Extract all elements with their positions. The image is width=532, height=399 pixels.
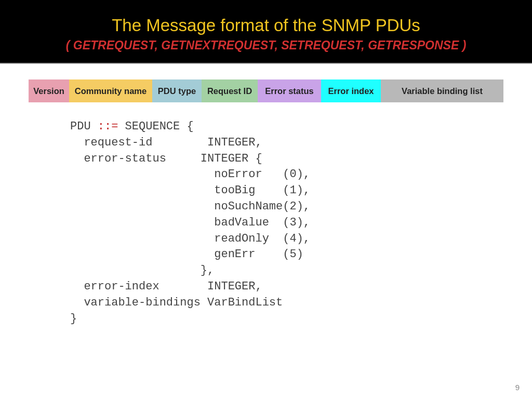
- slide-content: Version Community name PDU type Request …: [0, 64, 532, 327]
- code-line-12: variable-bindings VarBindList: [70, 296, 283, 309]
- slide-header: The Message format of the SNMP PDUs ( GE…: [0, 0, 532, 64]
- code-line-6: noSuchName(2),: [70, 200, 310, 213]
- field-request-id: Request ID: [202, 79, 258, 102]
- slide-subtitle: ( GETREQUEST, GETNEXTREQUEST, SETREQUEST…: [10, 38, 522, 52]
- code-line-9: genErr (5): [70, 248, 303, 261]
- field-error-status: Error status: [258, 79, 321, 102]
- page-number: 9: [515, 383, 520, 392]
- field-variable-binding-list: Variable binding list: [381, 79, 503, 102]
- code-operator: ::=: [98, 120, 118, 133]
- code-line-2: request-id INTEGER,: [70, 136, 262, 149]
- code-line-8: readOnly (4),: [70, 232, 310, 245]
- code-line-11: error-index INTEGER,: [70, 280, 262, 293]
- code-line-5: tooBig (1),: [70, 184, 310, 197]
- asn1-code-block: PDU ::= SEQUENCE { request-id INTEGER, e…: [70, 119, 503, 327]
- field-version: Version: [29, 79, 69, 102]
- pdu-fields-row: Version Community name PDU type Request …: [29, 79, 503, 102]
- code-line-13: }: [70, 312, 77, 325]
- code-line-4: noError (0),: [70, 168, 310, 181]
- field-pdu-type: PDU type: [152, 79, 202, 102]
- code-line-3: error-status INTEGER {: [70, 152, 262, 165]
- code-line-10: },: [70, 264, 214, 277]
- field-community: Community name: [69, 79, 152, 102]
- code-line-1a: PDU: [70, 120, 98, 133]
- slide-title: The Message format of the SNMP PDUs: [10, 16, 522, 35]
- code-line-1c: SEQUENCE {: [118, 120, 193, 133]
- code-line-7: badValue (3),: [70, 216, 310, 229]
- field-error-index: Error index: [321, 79, 381, 102]
